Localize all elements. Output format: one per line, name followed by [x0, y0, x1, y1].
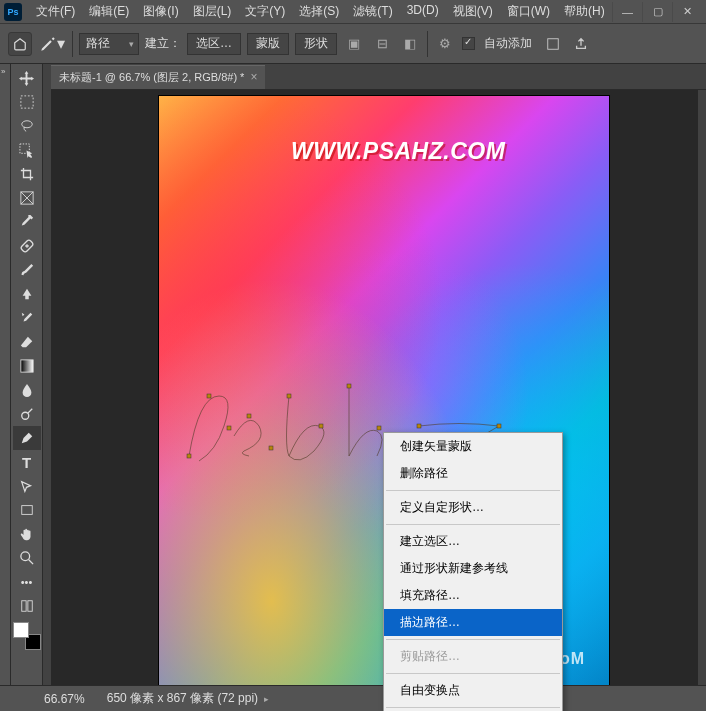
menu-file[interactable]: 文件(F)	[30, 1, 81, 22]
dodge-tool[interactable]	[13, 402, 41, 426]
autoadd-label: 自动添加	[484, 35, 532, 52]
svg-rect-22	[497, 424, 501, 428]
eraser-tool[interactable]	[13, 330, 41, 354]
menu-3d[interactable]: 3D(D)	[401, 1, 445, 22]
svg-rect-15	[247, 414, 251, 418]
svg-rect-21	[417, 424, 421, 428]
cm-new-guide-from-shape[interactable]: 通过形状新建参考线	[384, 555, 562, 582]
menu-edit[interactable]: 编辑(E)	[83, 1, 135, 22]
svg-rect-20	[377, 426, 381, 430]
cm-fill-path[interactable]: 填充路径…	[384, 582, 562, 609]
status-flyout-icon[interactable]: ▸	[264, 694, 269, 704]
options-bar: ▾ 路径 建立： 选区… 蒙版 形状 ▣ ⊟ ◧ ⚙ 自动添加	[0, 24, 706, 64]
marquee-tool[interactable]	[13, 90, 41, 114]
share-icon[interactable]	[570, 33, 592, 55]
svg-rect-0	[548, 38, 559, 49]
canvas-watermark-text: WWW.PSAHZ.COM	[291, 138, 505, 165]
cm-separator	[386, 673, 560, 674]
make-mask-button[interactable]: 蒙版	[247, 33, 289, 55]
cm-create-vector-mask[interactable]: 创建矢量蒙版	[384, 433, 562, 460]
edit-toolbar[interactable]	[13, 594, 41, 618]
path-combine-icon[interactable]: ▣	[343, 33, 365, 55]
cm-make-selection[interactable]: 建立选区…	[384, 528, 562, 555]
svg-rect-6	[20, 360, 32, 372]
clone-stamp-tool[interactable]	[13, 282, 41, 306]
zoom-tool[interactable]	[13, 546, 41, 570]
make-shape-button[interactable]: 形状	[295, 33, 337, 55]
status-bar: 66.67% 650 像素 x 867 像素 (72 ppi) ▸	[0, 685, 706, 711]
menubar: 文件(F) 编辑(E) 图像(I) 图层(L) 文字(Y) 选择(S) 滤镜(T…	[30, 1, 611, 22]
svg-rect-8	[21, 506, 32, 515]
pen-tool[interactable]	[13, 426, 41, 450]
lasso-tool[interactable]	[13, 114, 41, 138]
mode-value: 路径	[86, 35, 110, 52]
menu-window[interactable]: 窗口(W)	[501, 1, 556, 22]
toolbar-more[interactable]: •••	[13, 570, 41, 594]
maximize-button[interactable]: ▢	[642, 2, 672, 22]
canvas-viewport[interactable]: WWW.PSAHZ.COM UiBQ.CoM	[51, 90, 698, 685]
history-brush-tool[interactable]	[13, 306, 41, 330]
svg-point-7	[21, 412, 28, 419]
type-tool[interactable]: T	[13, 450, 41, 474]
hand-tool[interactable]	[13, 522, 41, 546]
status-docinfo[interactable]: 650 像素 x 867 像素 (72 ppi)	[107, 690, 258, 707]
minimize-button[interactable]: —	[612, 2, 642, 22]
menu-help[interactable]: 帮助(H)	[558, 1, 611, 22]
path-align-icon[interactable]: ⊟	[371, 33, 393, 55]
tab-close-icon[interactable]: ×	[250, 70, 257, 84]
svg-rect-10	[21, 601, 25, 612]
document-tab[interactable]: 未标题-1 @ 66.7% (图层 2, RGB/8#) * ×	[51, 65, 265, 89]
svg-point-9	[20, 552, 29, 561]
menu-layer[interactable]: 图层(L)	[187, 1, 238, 22]
gradient-tool[interactable]	[13, 354, 41, 378]
document-tabbar: 未标题-1 @ 66.7% (图层 2, RGB/8#) * ×	[51, 64, 706, 90]
svg-rect-11	[27, 601, 31, 612]
close-button[interactable]: ✕	[672, 2, 702, 22]
titlebar: Ps 文件(F) 编辑(E) 图像(I) 图层(L) 文字(Y) 选择(S) 滤…	[0, 0, 706, 24]
frame-tool[interactable]	[13, 186, 41, 210]
cm-separator	[386, 524, 560, 525]
path-context-menu: 创建矢量蒙版 删除路径 定义自定形状… 建立选区… 通过形状新建参考线 填充路径…	[383, 432, 563, 711]
menu-image[interactable]: 图像(I)	[137, 1, 184, 22]
blur-tool[interactable]	[13, 378, 41, 402]
make-selection-button[interactable]: 选区…	[187, 33, 241, 55]
home-icon[interactable]	[8, 32, 32, 56]
cm-delete-path[interactable]: 删除路径	[384, 460, 562, 487]
menu-view[interactable]: 视图(V)	[447, 1, 499, 22]
svg-rect-18	[319, 424, 323, 428]
cm-stroke-path[interactable]: 描边路径…	[384, 609, 562, 636]
path-select-tool[interactable]	[13, 474, 41, 498]
svg-rect-19	[347, 384, 351, 388]
rectangle-tool[interactable]	[13, 498, 41, 522]
foreground-color[interactable]	[13, 622, 29, 638]
move-tool[interactable]	[13, 66, 41, 90]
pen-tool-indicator-icon: ▾	[38, 33, 66, 55]
cm-free-transform-points[interactable]: 自由变换点	[384, 677, 562, 704]
status-zoom[interactable]: 66.67%	[44, 692, 85, 706]
svg-point-2	[21, 121, 32, 128]
menu-type[interactable]: 文字(Y)	[239, 1, 291, 22]
gear-icon[interactable]: ⚙	[434, 33, 456, 55]
gutter-expand-icon[interactable]: »	[1, 67, 5, 76]
svg-rect-1	[20, 96, 32, 108]
menu-filter[interactable]: 滤镜(T)	[347, 1, 398, 22]
eyedropper-tool[interactable]	[13, 210, 41, 234]
tab-title: 未标题-1 @ 66.7% (图层 2, RGB/8#) *	[59, 70, 244, 85]
svg-rect-12	[187, 454, 191, 458]
crop-tool[interactable]	[13, 162, 41, 186]
autoadd-checkbox[interactable]	[462, 37, 475, 50]
color-swatches[interactable]	[13, 622, 41, 650]
menu-select[interactable]: 选择(S)	[293, 1, 345, 22]
toolbox: T •••	[11, 64, 43, 685]
mode-dropdown[interactable]: 路径	[79, 33, 139, 55]
cm-separator	[386, 707, 560, 708]
svg-rect-14	[227, 426, 231, 430]
cm-define-custom-shape[interactable]: 定义自定形状…	[384, 494, 562, 521]
cm-clipping-path: 剪贴路径…	[384, 643, 562, 670]
brush-tool[interactable]	[13, 258, 41, 282]
align-edges-icon[interactable]	[542, 33, 564, 55]
svg-rect-16	[269, 446, 273, 450]
path-arrange-icon[interactable]: ◧	[399, 33, 421, 55]
quick-select-tool[interactable]	[13, 138, 41, 162]
healing-tool[interactable]	[13, 234, 41, 258]
